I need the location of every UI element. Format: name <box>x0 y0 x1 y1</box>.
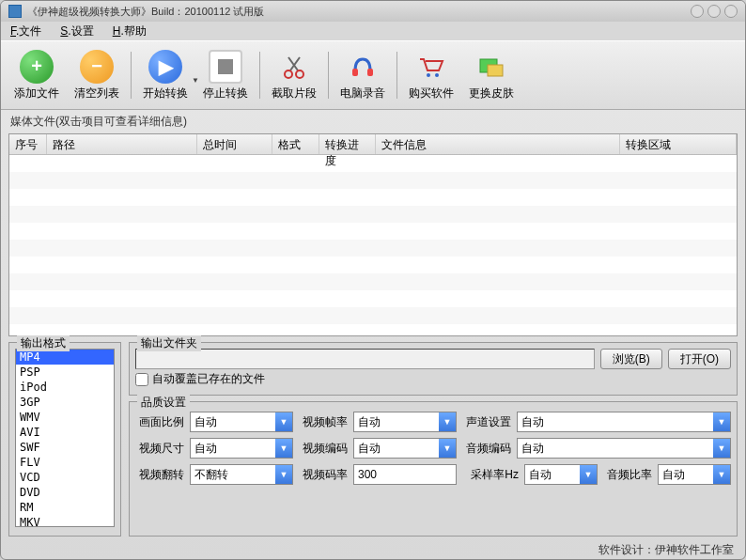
format-item[interactable]: 3GP <box>16 395 114 410</box>
titlebar: 《伊神超级视频转换大师》Build：20100112 试用版 <box>1 1 745 22</box>
aspect-select[interactable]: 自动▼ <box>190 412 293 432</box>
menu-settings[interactable]: S.设置 <box>60 23 93 39</box>
col-region[interactable]: 转换区域 <box>620 134 737 154</box>
format-item[interactable]: FLV <box>16 455 114 470</box>
play-icon: ▶ <box>148 50 182 84</box>
minimize-button[interactable] <box>691 5 704 18</box>
acodec-select[interactable]: 自动▼ <box>517 438 731 459</box>
chevron-down-icon: ▼ <box>439 439 456 458</box>
format-item[interactable]: DVD <box>16 485 114 500</box>
headphone-icon <box>346 50 380 84</box>
stop-icon <box>209 50 242 84</box>
open-button[interactable]: 打开(O) <box>668 349 731 369</box>
minus-icon: − <box>80 50 114 84</box>
scissors-icon <box>277 50 311 84</box>
plus-icon: + <box>20 50 54 84</box>
chevron-down-icon: ▼ <box>713 439 730 458</box>
chevron-down-icon: ▼ <box>275 465 292 484</box>
output-path-field[interactable] <box>135 349 595 369</box>
format-item[interactable]: MKV <box>16 515 114 527</box>
start-convert-button[interactable]: ▶ 开始转换 ▼ <box>139 48 192 103</box>
menu-file[interactable]: F.F.文件文件 <box>10 23 41 39</box>
fps-select[interactable]: 自动▼ <box>353 412 457 432</box>
col-progress[interactable]: 转换进度 <box>319 134 376 154</box>
add-file-button[interactable]: + 添加文件 <box>10 48 63 103</box>
col-duration[interactable]: 总时间 <box>197 134 272 154</box>
col-info[interactable]: 文件信息 <box>376 134 620 154</box>
cut-clip-button[interactable]: 截取片段 <box>268 48 320 103</box>
chevron-down-icon: ▼ <box>275 412 292 431</box>
format-item[interactable]: iPod <box>16 380 114 395</box>
vbitrate-input[interactable] <box>353 464 457 485</box>
chevron-down-icon[interactable]: ▼ <box>192 76 199 85</box>
format-item[interactable]: VCD <box>16 470 114 485</box>
media-files-label: 媒体文件(双击项目可查看详细信息) <box>1 110 745 133</box>
separator <box>131 52 132 99</box>
close-button[interactable] <box>724 5 738 18</box>
separator <box>259 52 260 99</box>
svg-point-5 <box>435 73 439 77</box>
svg-rect-7 <box>488 65 503 76</box>
format-item[interactable]: WMV <box>16 410 114 425</box>
chevron-down-icon: ▼ <box>713 465 730 484</box>
buy-button[interactable]: 购买软件 <box>405 48 458 103</box>
size-select[interactable]: 自动▼ <box>190 438 293 459</box>
format-item-mp4[interactable]: MP4 <box>16 350 114 365</box>
footer-credit: 软件设计：伊神软件工作室 <box>1 542 745 559</box>
samplerate-select[interactable]: 自动▼ <box>524 464 598 485</box>
format-list[interactable]: MP4 PSP iPod 3GP WMV AVI SWF FLV VCD DVD… <box>15 349 115 527</box>
table-body[interactable] <box>9 155 737 335</box>
svg-rect-2 <box>352 69 358 76</box>
col-seq[interactable]: 序号 <box>9 134 47 154</box>
app-icon <box>8 5 22 18</box>
menu-help[interactable]: H.帮助 <box>113 23 147 39</box>
format-item[interactable]: PSP <box>16 365 114 380</box>
svg-point-1 <box>296 70 303 78</box>
media-table: 序号 路径 总时间 格式 转换进度 文件信息 转换区域 <box>8 133 738 336</box>
svg-point-0 <box>285 70 292 78</box>
abitrate-select[interactable]: 自动▼ <box>658 464 731 485</box>
format-item[interactable]: SWF <box>16 440 114 455</box>
format-item[interactable]: RM <box>16 500 114 515</box>
stop-convert-button[interactable]: 停止转换 <box>199 48 252 103</box>
record-button[interactable]: 电脑录音 <box>336 48 389 103</box>
col-path[interactable]: 路径 <box>47 134 197 154</box>
skin-button[interactable]: 更换皮肤 <box>465 48 518 103</box>
chevron-down-icon: ▼ <box>580 465 597 484</box>
svg-rect-3 <box>367 69 373 76</box>
format-item[interactable]: AVI <box>16 425 114 440</box>
skin-icon <box>474 50 508 84</box>
separator <box>328 52 329 99</box>
overwrite-label: 自动覆盖已存在的文件 <box>152 371 265 387</box>
overwrite-checkbox[interactable] <box>135 373 148 386</box>
quality-group: 品质设置 画面比例 自动▼ 视频帧率 自动▼ 声道设置 自动▼ 视频尺寸 自动▼… <box>129 401 738 537</box>
output-folder-group: 输出文件夹 浏览(B) 打开(O) 自动覆盖已存在的文件 <box>129 342 738 396</box>
window-title: 《伊神超级视频转换大师》Build：20100112 试用版 <box>27 5 691 19</box>
separator <box>396 52 397 99</box>
chevron-down-icon: ▼ <box>275 439 292 458</box>
menubar: F.F.文件文件 S.设置 H.帮助 <box>1 22 745 40</box>
toolbar: + 添加文件 − 清空列表 ▶ 开始转换 ▼ 停止转换 截取片段 <box>1 40 745 110</box>
vcodec-select[interactable]: 自动▼ <box>353 438 457 459</box>
clear-list-button[interactable]: − 清空列表 <box>70 48 123 103</box>
table-header: 序号 路径 总时间 格式 转换进度 文件信息 转换区域 <box>9 134 737 155</box>
col-format[interactable]: 格式 <box>272 134 319 154</box>
flip-select[interactable]: 不翻转▼ <box>190 464 293 485</box>
maximize-button[interactable] <box>707 5 721 18</box>
svg-point-4 <box>427 73 430 77</box>
output-format-group: 输出格式 MP4 PSP iPod 3GP WMV AVI SWF FLV VC… <box>8 342 121 537</box>
chevron-down-icon: ▼ <box>713 412 730 431</box>
chevron-down-icon: ▼ <box>439 412 456 431</box>
cart-icon <box>414 50 448 84</box>
browse-button[interactable]: 浏览(B) <box>600 349 662 369</box>
channels-select[interactable]: 自动▼ <box>517 412 731 432</box>
